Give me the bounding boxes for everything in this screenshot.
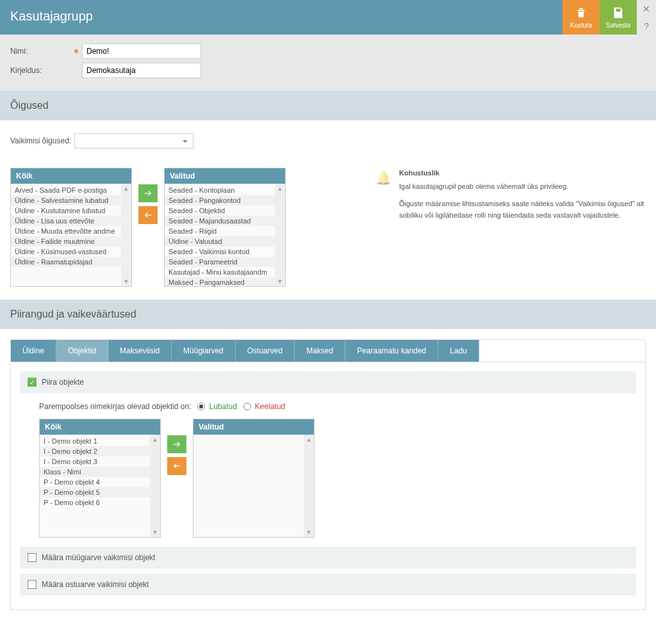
- list-item[interactable]: Seaded - Vaikimisi kontod: [165, 246, 275, 257]
- save-icon: [611, 6, 625, 20]
- list-item[interactable]: I - Demo objekt 1: [40, 436, 150, 446]
- obj-move-right-button[interactable]: [167, 435, 186, 453]
- tab-ostuarved[interactable]: Ostuarved: [236, 340, 295, 362]
- list-item[interactable]: Kasutajad - Minu kasutajaandm: [165, 267, 275, 277]
- radio-allowed[interactable]: [197, 403, 205, 410]
- list-item[interactable]: Üldine - Salvestamine lubatud: [11, 195, 121, 205]
- list-item[interactable]: Üldine - Kustutamine lubatud: [11, 205, 121, 216]
- list-item[interactable]: Seaded - Kontoplaan: [165, 185, 275, 195]
- rights-section-header: Õigused: [0, 91, 656, 120]
- page-title: Kasutajagrupp: [0, 0, 562, 35]
- move-right-button[interactable]: [138, 184, 158, 202]
- arrow-right-icon: [143, 188, 153, 198]
- tab-ladu[interactable]: Ladu: [438, 340, 479, 362]
- tabs: ÜldineObjektidMakseviisidMüügiarvedOstua…: [10, 339, 646, 362]
- tab-objektid[interactable]: Objektid: [56, 340, 108, 362]
- list-item[interactable]: Üldine - Muuda ettevõtte andme: [11, 226, 121, 236]
- list-item[interactable]: P - Demo objekt 4: [40, 477, 150, 487]
- list-item[interactable]: Seaded - Riigid: [165, 226, 275, 236]
- save-button[interactable]: Salvesta: [600, 0, 637, 35]
- list-item[interactable]: Seaded - Majandusaastad: [165, 216, 275, 226]
- arrow-right-icon: [172, 439, 182, 449]
- list-item[interactable]: Seaded - Objektid: [165, 205, 275, 216]
- list-item[interactable]: Maksed - Pangamaksed: [165, 277, 275, 286]
- list-item[interactable]: P - Demo objekt 6: [40, 497, 150, 508]
- close-button[interactable]: ✕: [637, 0, 656, 17]
- limit-objects-checkbox[interactable]: ✓: [28, 378, 37, 387]
- scrollbar[interactable]: ▲▼: [275, 184, 285, 286]
- name-label: Nimi:: [10, 47, 74, 56]
- list-item[interactable]: Üldine - Raamatupidajad: [11, 257, 121, 267]
- arrow-left-icon: [143, 210, 153, 220]
- set-sales-default-checkbox[interactable]: [28, 553, 37, 562]
- list-item[interactable]: Arved - Saada PDF e-postiga: [11, 185, 121, 195]
- obj-move-left-button[interactable]: [167, 457, 186, 475]
- help-button[interactable]: ?: [637, 17, 656, 35]
- move-left-button[interactable]: [138, 206, 158, 224]
- objects-selected-listbox: Valitud ▲▼: [193, 419, 315, 538]
- list-item[interactable]: Seaded - Pangakontod: [165, 195, 275, 205]
- scrollbar[interactable]: ▲▼: [121, 184, 131, 286]
- tab-maksed[interactable]: Maksed: [295, 340, 345, 362]
- list-item[interactable]: Üldine - Lisa uus ettevõte: [11, 216, 121, 226]
- bell-icon: 🔔: [375, 170, 391, 221]
- tab-müügiarved[interactable]: Müügiarved: [172, 340, 236, 362]
- form-area: Nimi: Kirjeldus:: [0, 35, 656, 91]
- restrictions-section-header: Piirangud ja vaikeväärtused: [0, 300, 656, 329]
- tab-pearaamatu kanded[interactable]: Pearaamatu kanded: [345, 340, 438, 362]
- delete-button[interactable]: Kustuta: [562, 0, 600, 35]
- rights-section-body: Vaikimisi õigused: Kõik Arved - Saada PD…: [0, 120, 656, 300]
- name-input[interactable]: [82, 44, 201, 59]
- list-item[interactable]: Üldine - Failide muutmine: [11, 236, 121, 246]
- rights-selected-listbox: Valitud Seaded - KontoplaanSeaded - Pang…: [164, 168, 286, 287]
- list-item[interactable]: I - Demo objekt 3: [40, 456, 150, 467]
- tab-content: ✓ Piira objekte Parempoolses nimekirjas …: [10, 362, 646, 610]
- rights-all-listbox: Kõik Arved - Saada PDF e-postigaÜldine -…: [10, 168, 132, 287]
- header: Kasutajagrupp Kustuta Salvesta ✕ ?: [0, 0, 656, 35]
- scrollbar[interactable]: ▲▼: [304, 435, 314, 537]
- list-item[interactable]: Klass - Nimi: [40, 467, 150, 477]
- required-indicator: [74, 49, 78, 53]
- tab-üldine[interactable]: Üldine: [11, 340, 56, 362]
- list-item[interactable]: P - Demo objekt 5: [40, 487, 150, 497]
- list-item[interactable]: Üldine - Valuutad: [165, 236, 275, 246]
- list-item[interactable]: I - Demo objekt 2: [40, 446, 150, 456]
- list-item[interactable]: Üldine - Küsimused-vastused: [11, 246, 121, 257]
- scrollbar[interactable]: ▲▼: [150, 435, 160, 537]
- list-item[interactable]: Seaded - Parameetrid: [165, 257, 275, 267]
- set-purchase-default-checkbox[interactable]: [28, 580, 37, 589]
- arrow-left-icon: [172, 461, 182, 471]
- tab-makseviisid[interactable]: Makseviisid: [108, 340, 172, 362]
- default-rights-label: Vaikimisi õigused:: [10, 136, 74, 145]
- radio-denied[interactable]: [243, 403, 251, 410]
- info-box: 🔔 Kohustuslik Igal kasutajagrupil peab o…: [292, 168, 646, 221]
- trash-icon: [574, 6, 588, 20]
- desc-label: Kirjeldus:: [10, 66, 74, 75]
- desc-input[interactable]: [82, 63, 201, 78]
- objects-all-listbox: Kõik I - Demo objekt 1I - Demo objekt 2I…: [39, 419, 161, 538]
- header-side: ✕ ?: [637, 0, 656, 35]
- default-rights-dropdown[interactable]: [74, 133, 193, 149]
